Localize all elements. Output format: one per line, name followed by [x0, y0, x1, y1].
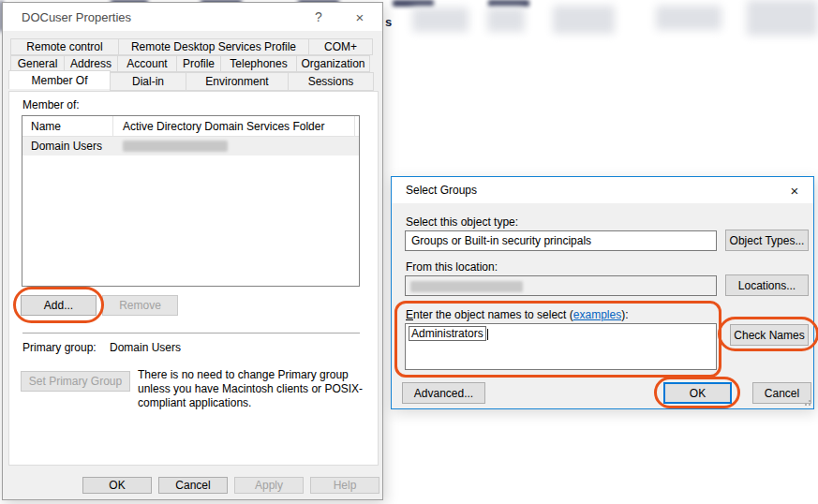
redacted-region: [488, 0, 529, 7]
member-of-tab-page: Member of: Name Active Directory Domain …: [8, 91, 379, 466]
tab-sessions[interactable]: Sessions: [288, 72, 374, 91]
redacted-region: [487, 7, 525, 32]
ok-button[interactable]: OK: [82, 477, 152, 494]
dialog-title: DOCuser Properties: [22, 10, 131, 24]
divider: [22, 333, 360, 334]
titlebar[interactable]: DOCuser Properties ? ×: [3, 3, 382, 31]
tab-remote-control[interactable]: Remote control: [10, 38, 119, 55]
tab-com-plus[interactable]: COM+: [308, 38, 373, 55]
redacted-location-value: [410, 281, 523, 292]
desktop: s DOCuser Properties ? × Remote control …: [0, 0, 818, 504]
tab-account[interactable]: Account: [117, 55, 177, 72]
list-header[interactable]: Name Active Directory Domain Services Fo…: [22, 116, 359, 137]
group-name-cell: Domain Users: [22, 140, 113, 153]
tab-telephones[interactable]: Telephones: [220, 55, 297, 72]
tab-dial-in[interactable]: Dial-in: [110, 72, 186, 91]
close-icon[interactable]: ×: [776, 177, 813, 203]
object-names-label-suffix: ):: [621, 308, 628, 321]
tab-row-3: Member Of Dial-in Environment Sessions: [8, 72, 373, 91]
help-button: Help: [310, 477, 379, 494]
text-caret: [487, 329, 488, 340]
tab-row-1: Remote control Remote Desktop Services P…: [10, 38, 372, 55]
remove-button: Remove: [102, 295, 178, 316]
redacted-region: [656, 6, 721, 30]
add-button[interactable]: Add...: [21, 295, 97, 316]
object-names-input[interactable]: Administrators: [405, 323, 717, 370]
resize-grip[interactable]: [803, 398, 811, 406]
object-names-value: Administrators: [409, 326, 486, 341]
dialog-title: Select Groups: [406, 184, 477, 197]
background-text-fragment: s: [385, 15, 392, 29]
primary-group-value: Domain Users: [110, 341, 181, 354]
object-names-label: Enter the object names to select (exampl…: [406, 308, 628, 321]
member-of-list[interactable]: Name Active Directory Domain Services Fo…: [22, 115, 360, 287]
set-primary-group-button: Set Primary Group: [21, 371, 130, 392]
examples-link[interactable]: examples: [573, 308, 621, 321]
tab-organization[interactable]: Organization: [296, 55, 370, 72]
ok-button[interactable]: OK: [663, 382, 732, 404]
column-header-folder[interactable]: Active Directory Domain Services Folder: [113, 116, 355, 136]
redacted-region: [393, 0, 434, 7]
check-names-button[interactable]: Check Names: [730, 324, 809, 346]
select-groups-dialog: Select Groups × Select this object type:…: [391, 176, 814, 409]
from-location-field[interactable]: [405, 275, 717, 296]
object-type-field[interactable]: Groups or Built-in security principals: [405, 230, 717, 251]
redacted-region: [412, 7, 468, 32]
redacted-folder-value: [123, 141, 228, 152]
redacted-region: [747, 0, 818, 36]
tab-profile[interactable]: Profile: [176, 55, 221, 72]
from-location-label: From this location:: [406, 260, 498, 274]
help-icon[interactable]: ?: [301, 3, 336, 31]
primary-group-note: There is no need to change Primary group…: [138, 368, 372, 410]
close-icon[interactable]: ×: [342, 3, 378, 31]
member-of-label: Member of:: [22, 98, 80, 111]
column-header-name[interactable]: Name: [22, 116, 113, 136]
titlebar[interactable]: Select Groups ×: [392, 177, 813, 203]
tab-remote-desktop-services-profile[interactable]: Remote Desktop Services Profile: [118, 38, 309, 55]
group-folder-cell: [113, 137, 359, 156]
object-type-value: Groups or Built-in security principals: [411, 234, 591, 247]
docuser-properties-dialog: DOCuser Properties ? × Remote control Re…: [2, 2, 383, 500]
object-type-label: Select this object type:: [406, 215, 518, 229]
tab-environment[interactable]: Environment: [186, 72, 289, 91]
primary-group-label: Primary group:: [22, 341, 97, 354]
redacted-region: [553, 6, 615, 34]
list-item[interactable]: Domain Users: [22, 137, 359, 156]
object-types-button[interactable]: Object Types...: [725, 230, 809, 251]
tab-member-of[interactable]: Member Of: [8, 70, 111, 89]
object-names-label-text: Enter the object names to select (: [406, 308, 573, 321]
cancel-button[interactable]: Cancel: [158, 477, 228, 494]
advanced-button[interactable]: Advanced...: [402, 382, 485, 404]
apply-button: Apply: [234, 477, 304, 494]
locations-button[interactable]: Locations...: [725, 274, 809, 296]
